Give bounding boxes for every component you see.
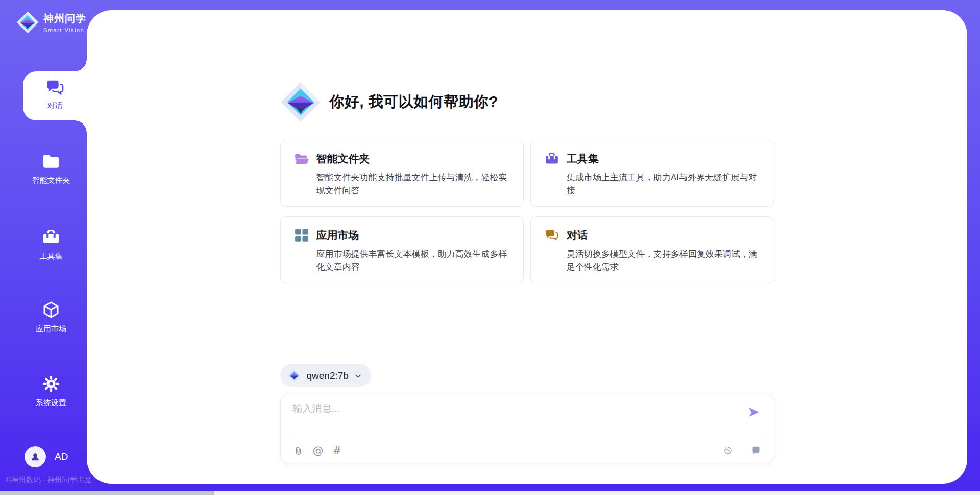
card-title: 智能文件夹 — [316, 152, 370, 166]
welcome-logo-icon — [280, 82, 321, 122]
message-composer: @ # — [280, 394, 774, 463]
brand-subtitle: Smart Vision — [43, 27, 86, 33]
avatar — [24, 446, 46, 467]
sidebar-item-label: 对话 — [23, 101, 87, 111]
composer-area: qwen2:7b @ — [280, 364, 774, 463]
sidebar: 神州问学 Smart Vision 对话 智能文件夹 工具集 应用市场 系统设置… — [0, 0, 87, 495]
chevron-down-icon — [354, 372, 362, 380]
brand-name: 神州问学 — [43, 12, 86, 26]
horizontal-scrollbar[interactable] — [0, 491, 980, 495]
card-title: 工具集 — [567, 152, 599, 166]
toolbox-icon — [544, 151, 559, 166]
model-selector[interactable]: qwen2:7b — [280, 364, 371, 387]
chat-icon — [544, 228, 559, 243]
grid-icon — [294, 228, 309, 243]
feedback-button[interactable] — [751, 445, 762, 456]
card-toolset[interactable]: 工具集 集成市场上主流工具，助力AI与外界无缝扩展与对接 — [530, 140, 774, 207]
sidebar-item-smart-folder[interactable]: 智能文件夹 — [15, 152, 87, 185]
send-icon — [747, 406, 761, 419]
model-logo-icon — [287, 368, 301, 382]
welcome-block: 你好, 我可以如何帮助你? — [280, 82, 774, 122]
user-account[interactable]: AD — [24, 446, 68, 467]
active-tab-top-fillet — [75, 59, 87, 71]
sidebar-item-label: 应用市场 — [15, 324, 87, 334]
feature-cards: 智能文件夹 智能文件夹功能支持批量文件上传与清洗，轻松实现文件问答 工具集 集成… — [280, 140, 774, 283]
card-chat[interactable]: 对话 灵活切换多模型文件，支持多样回复效果调试，满足个性化需求 — [530, 216, 774, 283]
history-button[interactable] — [723, 445, 733, 456]
speech-bubble-icon — [751, 445, 762, 456]
mention-button[interactable]: @ — [313, 445, 324, 456]
sidebar-item-toolset[interactable]: 工具集 — [15, 228, 87, 261]
card-description: 灵活切换多模型文件，支持多样回复效果调试，满足个性化需求 — [567, 247, 761, 274]
sidebar-item-system-settings[interactable]: 系统设置 — [15, 374, 87, 408]
sidebar-item-label: 系统设置 — [15, 398, 87, 408]
composer-divider — [293, 438, 762, 438]
folder-icon — [41, 152, 61, 171]
paperclip-icon — [293, 445, 304, 456]
send-button[interactable] — [747, 405, 762, 419]
toolbox-icon — [41, 228, 61, 247]
at-sign-icon: @ — [313, 445, 324, 456]
sidebar-item-label: 智能文件夹 — [15, 176, 87, 185]
gear-icon — [41, 374, 61, 393]
greeting-title: 你好, 我可以如何帮助你? — [330, 92, 498, 112]
chat-icon — [45, 78, 65, 98]
card-description: 应用市场提供丰富长文本模板，助力高效生成多样化文章内容 — [316, 247, 510, 274]
sidebar-item-app-market[interactable]: 应用市场 — [15, 300, 87, 334]
card-description: 集成市场上主流工具，助力AI与外界无缝扩展与对接 — [567, 171, 761, 197]
card-title: 应用市场 — [316, 228, 359, 242]
message-input[interactable] — [293, 403, 747, 414]
brand-logo-icon — [16, 11, 39, 34]
card-app-market[interactable]: 应用市场 应用市场提供丰富长文本模板，助力高效生成多样化文章内容 — [280, 216, 524, 283]
user-name: AD — [55, 451, 68, 462]
model-name: qwen2:7b — [307, 370, 349, 381]
folder-open-icon — [294, 151, 309, 166]
history-clock-icon — [723, 445, 733, 456]
sidebar-item-chat[interactable]: 对话 — [23, 71, 87, 120]
active-tab-bottom-fillet — [75, 120, 87, 133]
card-title: 对话 — [567, 228, 588, 242]
card-description: 智能文件夹功能支持批量文件上传与清洗，轻松实现文件问答 — [316, 171, 510, 197]
main-panel: 你好, 我可以如何帮助你? 智能文件夹 智能文件夹功能支持批量文件上传与清洗，轻… — [87, 10, 967, 484]
hashtag-icon: # — [333, 445, 342, 456]
person-icon — [30, 451, 41, 462]
app-brand: 神州问学 Smart Vision — [16, 11, 86, 34]
hashtag-button[interactable]: # — [333, 445, 342, 456]
attach-file-button[interactable] — [293, 445, 304, 456]
card-smart-folder[interactable]: 智能文件夹 智能文件夹功能支持批量文件上传与清洗，轻松实现文件问答 — [280, 140, 524, 207]
sidebar-item-label: 工具集 — [15, 252, 87, 261]
sidebar-footer-text: ©神州数码 · 神州问学出品 — [6, 475, 95, 485]
horizontal-scrollbar-thumb[interactable] — [0, 491, 214, 495]
cube-icon — [41, 300, 61, 319]
